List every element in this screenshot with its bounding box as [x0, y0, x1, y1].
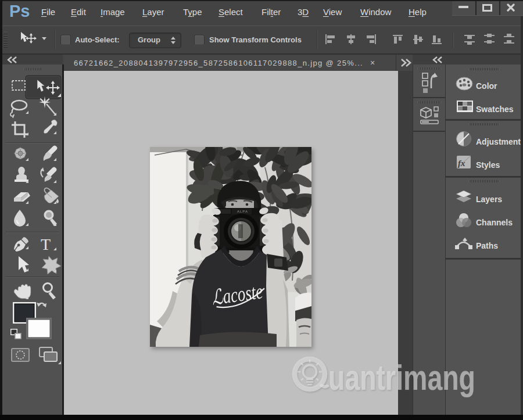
svg-text:ALPA: ALPA — [237, 210, 248, 213]
svg-text:T: T — [41, 235, 51, 253]
svg-text:fx: fx — [458, 159, 465, 168]
